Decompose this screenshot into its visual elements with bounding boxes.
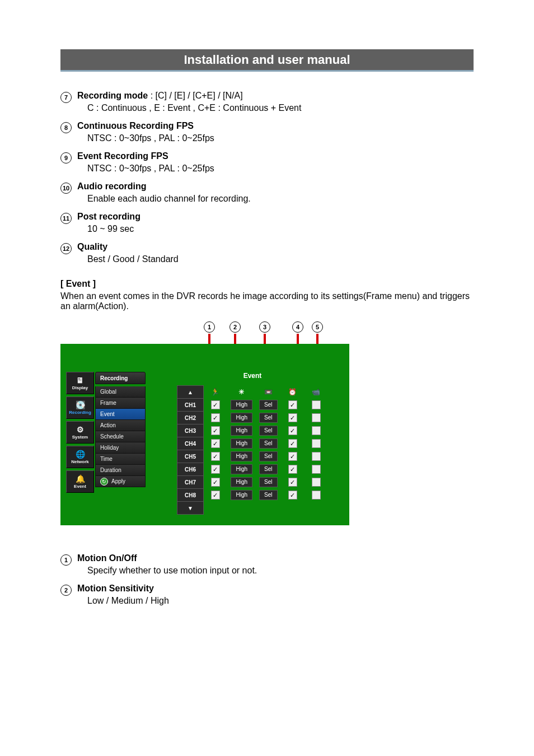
motion-checkbox[interactable]: ✓ (211, 465, 220, 474)
menu-item-holiday[interactable]: Holiday (95, 442, 146, 454)
video-loss-checkbox[interactable] (312, 465, 321, 474)
menu-item-event[interactable]: Event (95, 409, 146, 420)
alarm-checkbox[interactable]: ✓ (288, 452, 297, 461)
area-select[interactable]: Sel (259, 464, 277, 474)
sensitivity-select[interactable]: High (231, 426, 252, 436)
menu-item-apply[interactable]: ↻Apply (95, 476, 146, 487)
video-loss-checkbox[interactable] (312, 426, 321, 435)
video-loss-checkbox[interactable] (312, 491, 321, 500)
motion-checkbox[interactable]: ✓ (211, 452, 220, 461)
numbered-item: 12QualityBest / Good / Standard (60, 242, 474, 264)
menu-item-label: Frame (100, 400, 116, 406)
nav-column: 🖥Display💽Recording⚙System🌐Network🔔Event (66, 372, 94, 515)
video-loss-checkbox[interactable] (312, 439, 321, 448)
item-description: Enable each audio channel for recording. (87, 194, 474, 204)
item-label: Motion Sensitivity (77, 584, 154, 593)
area-select[interactable]: Sel (259, 426, 277, 436)
alarm-checkbox[interactable]: ✓ (288, 426, 297, 435)
motion-checkbox[interactable]: ✓ (211, 439, 220, 448)
numbered-item: 1Motion On/OffSpecify whether to use mot… (60, 553, 474, 576)
scroll-up-icon[interactable]: ▲ (188, 389, 193, 395)
items-top: 7Recording mode : [C] / [E] / [C+E] / [N… (60, 91, 474, 264)
item-label: Audio recording (77, 181, 147, 191)
area-select[interactable]: Sel (259, 400, 277, 410)
motion-checkbox[interactable]: ✓ (211, 426, 220, 435)
table-row: CH8✓HighSel✓ (177, 489, 327, 502)
nav-recording[interactable]: 💽Recording (66, 396, 94, 419)
channel-label: CH5 (177, 450, 203, 463)
item-description: Best / Good / Standard (87, 254, 474, 264)
nav-label: Event (74, 484, 86, 489)
sensitivity-select[interactable]: High (231, 451, 252, 461)
item-label: Motion On/Off (77, 553, 137, 563)
sensitivity-select[interactable]: High (231, 438, 252, 449)
menu-item-global[interactable]: Global (95, 386, 146, 398)
nav-display[interactable]: 🖥Display (66, 372, 94, 394)
sensitivity-select[interactable]: High (231, 490, 252, 500)
sensitivity-select[interactable]: High (231, 464, 252, 474)
page-title: Installation and user manual (60, 49, 474, 72)
table-row: CH7✓HighSel✓ (177, 476, 327, 489)
menu-item-duration[interactable]: Duration (95, 465, 146, 476)
menu-item-frame[interactable]: Frame (95, 398, 146, 409)
menu-item-label: Duration (100, 467, 121, 473)
motion-checkbox[interactable]: ✓ (211, 413, 220, 422)
alarm-checkbox[interactable]: ✓ (288, 400, 297, 409)
event-paragraph: When an event comes in the DVR records h… (60, 291, 474, 311)
alarm-checkbox[interactable]: ✓ (288, 478, 297, 487)
menu-column: Recording GlobalFrameEventActionSchedule… (95, 372, 146, 515)
video-loss-checkbox[interactable] (312, 452, 321, 461)
table-row: CH6✓HighSel✓ (177, 463, 327, 476)
item-number: 2 (60, 585, 72, 596)
table-row: CH2✓HighSel✓ (177, 412, 327, 424)
menu-header: Recording (95, 372, 146, 384)
alarm-checkbox[interactable]: ✓ (288, 439, 297, 448)
area-select[interactable]: Sel (259, 477, 277, 487)
numbered-item: 2Motion SensitivityLow / Medium / High (60, 584, 474, 606)
callout-digit: 5 (312, 321, 323, 333)
motion-checkbox[interactable]: ✓ (211, 478, 220, 487)
items-bottom: 1Motion On/OffSpecify whether to use mot… (60, 553, 474, 606)
video-loss-checkbox[interactable] (312, 400, 321, 409)
motion-checkbox[interactable]: ✓ (211, 400, 220, 409)
item-label: Event Recording FPS (77, 151, 168, 161)
nav-system[interactable]: ⚙System (66, 421, 94, 444)
area-select[interactable]: Sel (259, 451, 277, 461)
grid-title: Event (161, 372, 344, 380)
menu-item-label: Event (100, 411, 115, 417)
callout-digit: 1 (204, 321, 215, 333)
video-loss-checkbox[interactable] (312, 478, 321, 487)
item-number: 9 (60, 152, 72, 164)
motion-checkbox[interactable]: ✓ (211, 491, 220, 500)
area-select[interactable]: Sel (259, 413, 277, 423)
table-row: CH4✓HighSel✓ (177, 437, 327, 450)
alarm-checkbox[interactable]: ✓ (288, 491, 297, 500)
nav-label: Display (72, 385, 88, 390)
alarm-checkbox[interactable]: ✓ (288, 465, 297, 474)
numbered-item: 9Event Recording FPSNTSC : 0~30fps , PAL… (60, 151, 474, 174)
area-select[interactable]: Sel (259, 490, 277, 500)
scroll-down-icon[interactable]: ▼ (188, 505, 193, 511)
channel-label: CH2 (177, 412, 203, 424)
sensitivity-select[interactable]: High (231, 413, 252, 423)
sensitivity-select[interactable]: High (231, 400, 252, 410)
area-icon: 📼 (256, 386, 280, 399)
video-loss-checkbox[interactable] (312, 413, 321, 422)
bell-icon: 🔔 (74, 474, 86, 483)
item-label: Recording mode (77, 91, 148, 100)
menu-item-time[interactable]: Time (95, 454, 146, 465)
sensitivity-select[interactable]: High (231, 477, 252, 487)
area-select[interactable]: Sel (259, 438, 277, 449)
menu-item-label: Action (100, 422, 116, 428)
menu-item-schedule[interactable]: Schedule (95, 431, 146, 442)
apply-icon: ↻ (100, 478, 108, 486)
item-description: C : Continuous , E : Event , C+E : Conti… (87, 103, 474, 113)
numbered-item: 11Post recording10 ~ 99 sec (60, 212, 474, 234)
channel-label: CH7 (177, 476, 203, 489)
alarm-checkbox[interactable]: ✓ (288, 413, 297, 422)
nav-network[interactable]: 🌐Network (66, 446, 94, 468)
nav-event[interactable]: 🔔Event (66, 470, 94, 493)
nav-label: System (72, 435, 88, 440)
video-loss-icon: 📹 (305, 386, 328, 399)
menu-item-action[interactable]: Action (95, 420, 146, 431)
